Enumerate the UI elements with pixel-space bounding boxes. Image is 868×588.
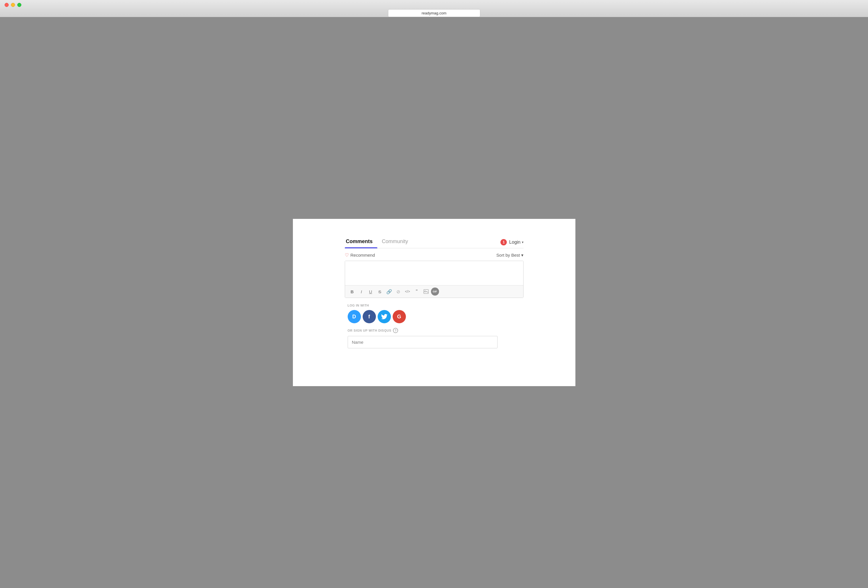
toolbar-italic-button[interactable]: I <box>357 287 366 296</box>
help-icon[interactable]: ? <box>393 328 398 333</box>
comment-input[interactable] <box>345 261 523 284</box>
or-signup-label: OR SIGN UP WITH DISQUS ? <box>348 328 399 333</box>
toolbar-bold-button[interactable]: B <box>348 287 357 296</box>
login-chevron-icon: ▾ <box>522 240 524 244</box>
tab-comments[interactable]: Comments <box>345 236 377 248</box>
name-input[interactable] <box>348 336 497 349</box>
toolbar-gif-button[interactable]: GIF <box>431 288 439 295</box>
toolbar-strikethrough-button[interactable]: S <box>376 287 384 296</box>
toolbar-blockurl-button[interactable]: ⊘ <box>394 287 403 296</box>
comment-editor: B I U S 🔗 ⊘ </> " GIF <box>345 261 524 298</box>
toolbar-image-button[interactable] <box>422 287 430 296</box>
tab-community[interactable]: Community <box>381 236 413 248</box>
disqus-widget: Comments Community 1 Login ▾ ♡ <box>345 236 524 349</box>
widget-header: Comments Community 1 Login ▾ <box>345 236 524 248</box>
login-twitter-button[interactable] <box>378 310 391 323</box>
toolbar-blockquote-button[interactable]: " <box>412 287 421 296</box>
close-button[interactable] <box>4 3 9 7</box>
login-disqus-button[interactable]: D <box>348 310 361 323</box>
editor-toolbar: B I U S 🔗 ⊘ </> " GIF <box>345 285 523 298</box>
sort-button[interactable]: Sort by Best ▾ <box>496 253 524 258</box>
heart-icon: ♡ <box>345 252 349 258</box>
login-facebook-button[interactable]: f <box>363 310 376 323</box>
address-bar[interactable]: readymag.com <box>388 9 480 17</box>
browser-chrome: readymag.com <box>0 0 868 17</box>
login-area: 1 Login ▾ <box>500 239 523 245</box>
page-area: Comments Community 1 Login ▾ ♡ <box>0 17 868 588</box>
sort-chevron-icon: ▾ <box>521 253 524 258</box>
login-section: LOG IN WITH D f G <box>345 304 524 349</box>
minimize-button[interactable] <box>11 3 15 7</box>
maximize-button[interactable] <box>17 3 21 7</box>
tabs: Comments Community <box>345 236 416 248</box>
actions-row: ♡ Recommend Sort by Best ▾ <box>345 248 524 261</box>
social-buttons: D f G <box>348 310 406 323</box>
toolbar-code-button[interactable]: </> <box>403 287 412 296</box>
address-bar-row: readymag.com <box>4 9 864 17</box>
log-in-with-label: LOG IN WITH <box>348 304 369 307</box>
content-card: Comments Community 1 Login ▾ ♡ <box>293 219 576 386</box>
recommend-button[interactable]: ♡ Recommend <box>345 252 375 258</box>
toolbar-link-button[interactable]: 🔗 <box>385 287 394 296</box>
notification-badge: 1 <box>500 239 507 245</box>
browser-controls <box>4 3 864 7</box>
login-button[interactable]: Login ▾ <box>509 239 523 245</box>
toolbar-underline-button[interactable]: U <box>366 287 375 296</box>
login-google-button[interactable]: G <box>393 310 406 323</box>
